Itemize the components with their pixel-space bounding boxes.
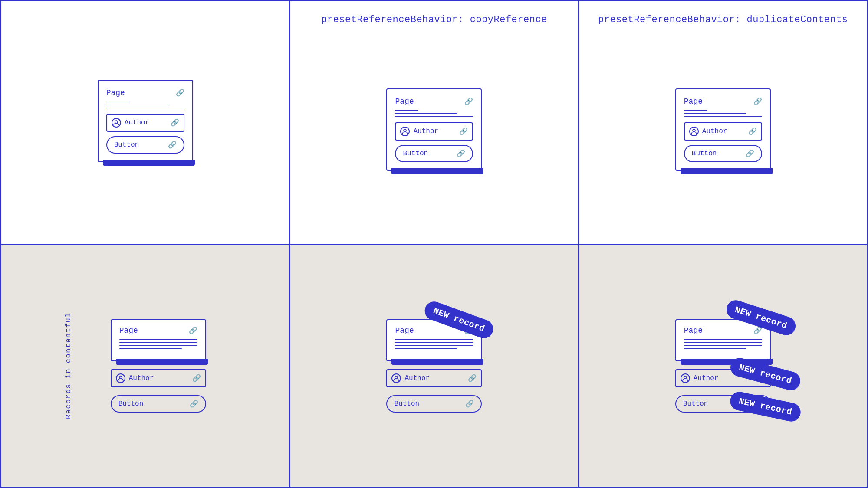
button-field-top-3: Button 🔗 xyxy=(684,145,762,162)
line3 xyxy=(395,116,473,117)
page-title-bottom-1: Page xyxy=(119,326,138,335)
cell-bottom-2: Page 🔗 NEW record xyxy=(289,244,578,488)
button-field-top-1: Button 🔗 xyxy=(106,136,184,154)
author-field-top-2: Author 🔗 xyxy=(395,122,473,141)
avatar-icon-top-3 xyxy=(689,127,699,136)
card-lines-bottom-3 xyxy=(684,339,762,349)
page-card-wrapper-bottom-1: Page 🔗 xyxy=(111,319,206,361)
button-link-icon-top-1: 🔗 xyxy=(168,141,177,149)
line2 xyxy=(395,113,457,114)
card-title-top-3: Page xyxy=(684,97,703,106)
col-header-2: presetReferenceBehavior: copyReference xyxy=(290,14,578,25)
button-link-icon-top-2: 🔗 xyxy=(457,149,465,158)
line1 xyxy=(106,102,130,102)
author-field-bottom-2: Author 🔗 xyxy=(386,369,482,387)
button-field-bottom-1: Button 🔗 xyxy=(111,395,206,413)
line3 xyxy=(106,108,184,108)
svg-point-3 xyxy=(119,376,122,379)
card-3d-top-3 xyxy=(681,168,773,174)
avatar-icon-top-1 xyxy=(112,118,121,128)
line2 xyxy=(106,105,169,105)
card-3d-top-1 xyxy=(103,160,195,166)
author-label-top-3: Author xyxy=(702,128,727,135)
standalone-card-bottom-1: Page 🔗 xyxy=(111,319,206,361)
card-title-top-2: Page xyxy=(395,97,414,106)
cell-top-2: presetReferenceBehavior: copyReference P… xyxy=(289,1,578,244)
cell-bottom-3: Page 🔗 NEW record xyxy=(579,244,867,488)
button-label-bottom-3: Button xyxy=(683,400,708,408)
cell-bottom-1: Records in contentful Page 🔗 xyxy=(1,244,289,488)
page-card-wrapper-bottom-3: Page 🔗 NEW record xyxy=(675,319,771,361)
link-icon-top-1: 🔗 xyxy=(176,88,184,97)
new-record-badge-button-3: NEW record xyxy=(728,390,802,423)
button-label-top-1: Button xyxy=(114,141,139,149)
card-3d-bottom-2 xyxy=(391,359,483,365)
avatar-bottom-2 xyxy=(391,373,401,383)
button-label-bottom-2: Button xyxy=(394,400,419,408)
button-label-bottom-1: Button xyxy=(118,400,144,408)
card-top-3: Page 🔗 xyxy=(675,88,771,171)
author-field-top-1: Author 🔗 xyxy=(106,114,184,132)
avatar-bottom-1 xyxy=(116,373,125,383)
cell-top-1: Page 🔗 xyxy=(1,1,289,244)
button-field-bottom-2: Button 🔗 xyxy=(386,395,482,413)
svg-point-5 xyxy=(684,376,687,379)
card-title-top-1: Page xyxy=(106,88,125,97)
avatar-icon-top-2 xyxy=(400,127,410,136)
main-grid: Page 🔗 xyxy=(0,0,868,488)
card-3d-top-2 xyxy=(391,168,483,174)
button-field-wrapper-bottom-3: Button 🔗 NEW record xyxy=(675,395,771,413)
svg-point-0 xyxy=(115,121,118,123)
line2 xyxy=(684,113,746,114)
page-title-bottom-3: Page xyxy=(684,326,703,335)
author-label-bottom-3: Author xyxy=(694,374,719,382)
card-top-2: Page 🔗 xyxy=(386,88,482,171)
button-link-icon-top-3: 🔗 xyxy=(746,149,754,158)
author-field-top-3: Author 🔗 xyxy=(684,122,762,141)
avatar-bottom-3 xyxy=(681,373,690,383)
card-lines-top-2 xyxy=(395,110,473,117)
author-link-bottom-2: 🔗 xyxy=(468,374,477,383)
svg-point-4 xyxy=(395,376,398,379)
author-label-bottom-2: Author xyxy=(404,374,430,382)
author-label-top-1: Author xyxy=(125,119,150,127)
field-left-top-1: Author xyxy=(112,118,150,128)
button-field-top-2: Button 🔗 xyxy=(395,145,473,162)
line3 xyxy=(684,116,762,117)
line1 xyxy=(684,110,707,111)
button-label-top-2: Button xyxy=(403,150,428,157)
author-link-icon-top-2: 🔗 xyxy=(459,127,468,136)
card-top-1: Page 🔗 xyxy=(98,80,193,162)
button-label-top-3: Button xyxy=(692,150,717,157)
link-icon-top-2: 🔗 xyxy=(464,97,473,106)
field-left-top-2: Author xyxy=(400,127,438,136)
row-label: Records in contentful xyxy=(64,312,72,419)
page-card-wrapper-bottom-2: Page 🔗 NEW record xyxy=(386,319,482,361)
link-icon-top-3: 🔗 xyxy=(753,97,762,106)
svg-point-1 xyxy=(404,129,406,132)
bottom-items-2: Page 🔗 NEW record xyxy=(386,319,482,413)
button-link-bottom-2: 🔗 xyxy=(465,400,474,408)
line1 xyxy=(395,110,418,111)
link-icon-bottom-1: 🔗 xyxy=(189,326,197,335)
col-header-3: presetReferenceBehavior: duplicateConten… xyxy=(579,14,867,25)
card-lines-bottom-2 xyxy=(395,339,473,349)
card-lines-bottom-1 xyxy=(119,339,197,349)
card-lines-top-3 xyxy=(684,110,762,117)
card-lines-top-1 xyxy=(106,102,184,108)
button-link-bottom-1: 🔗 xyxy=(190,400,198,408)
cell-top-3: presetReferenceBehavior: duplicateConten… xyxy=(579,1,867,244)
author-label-bottom-1: Author xyxy=(129,374,154,382)
author-label-top-2: Author xyxy=(413,128,438,135)
bottom-items-1: Page 🔗 xyxy=(111,319,206,413)
field-left-top-3: Author xyxy=(689,127,727,136)
author-link-icon-top-1: 🔗 xyxy=(171,118,179,127)
author-field-bottom-1: Author 🔗 xyxy=(111,369,206,387)
author-link-icon-top-3: 🔗 xyxy=(748,127,757,136)
page-title-bottom-2: Page xyxy=(395,326,414,335)
card-3d-bottom-1 xyxy=(116,359,208,365)
author-link-bottom-1: 🔗 xyxy=(192,374,201,383)
bottom-items-3: Page 🔗 NEW record xyxy=(675,319,771,413)
svg-point-2 xyxy=(693,129,695,132)
author-field-wrapper-bottom-3: Author 🔗 NEW record xyxy=(675,369,771,387)
